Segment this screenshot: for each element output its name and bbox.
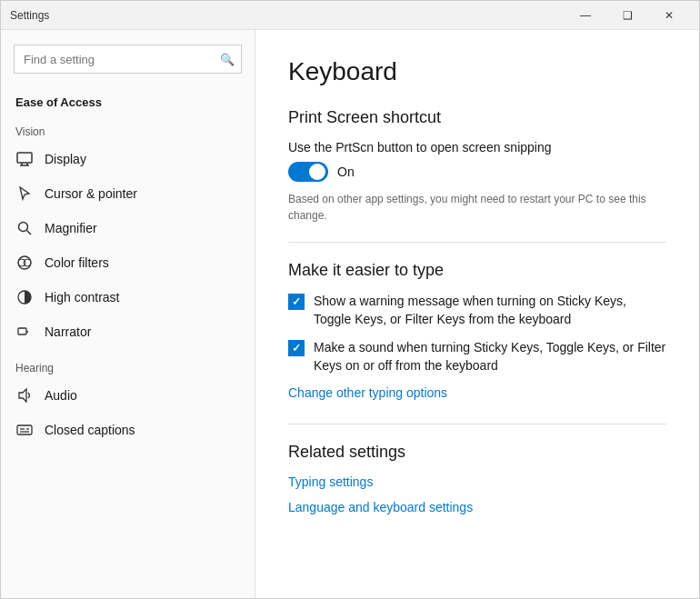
language-keyboard-link[interactable]: Language and keyboard settings <box>288 500 666 514</box>
sidebar-item-color-filters[interactable]: Color filters <box>1 245 255 280</box>
closed-captions-icon <box>15 421 34 439</box>
window-title: Settings <box>10 9 49 22</box>
search-input[interactable] <box>14 45 242 74</box>
sidebar-item-closed-captions[interactable]: Closed captions <box>1 413 255 447</box>
checkbox-warning[interactable] <box>288 294 305 310</box>
divider-2 <box>288 424 666 424</box>
print-screen-section-title: Print Screen shortcut <box>288 108 666 127</box>
sidebar-item-narrator[interactable]: Narrator <box>1 314 255 349</box>
divider-1 <box>288 242 666 243</box>
sidebar-item-display[interactable]: Display <box>1 142 255 176</box>
hearing-section-label: Hearing <box>1 349 255 378</box>
narrator-icon <box>15 323 34 341</box>
sidebar-item-magnifier[interactable]: Magnifier <box>1 211 255 245</box>
display-icon <box>15 150 34 168</box>
typing-settings-link[interactable]: Typing settings <box>288 474 666 489</box>
main-content: 🔍 Ease of Access Vision Display Cursor &… <box>1 30 699 598</box>
audio-icon <box>15 386 34 404</box>
easier-typing-section-title: Make it easier to type <box>288 261 666 280</box>
close-button[interactable]: ✕ <box>648 1 690 30</box>
checkbox-sound[interactable] <box>288 340 305 356</box>
color-filters-icon <box>15 254 34 272</box>
titlebar: Settings — ❑ ✕ <box>1 1 699 30</box>
cursor-icon <box>15 185 34 203</box>
print-screen-hint: Based on other app settings, you might n… <box>288 191 666 224</box>
minimize-button[interactable]: — <box>565 1 606 30</box>
checkbox-row-2: Make a sound when turning Sticky Keys, T… <box>288 339 666 374</box>
svg-rect-12 <box>17 425 32 434</box>
high-contrast-icon <box>15 288 34 306</box>
toggle-label: On <box>337 165 355 179</box>
sidebar-item-cursor[interactable]: Cursor & pointer <box>1 176 255 211</box>
color-filters-label: Color filters <box>45 255 109 270</box>
print-screen-toggle[interactable] <box>288 162 328 182</box>
sidebar-item-high-contrast[interactable]: High contrast <box>1 280 255 314</box>
svg-point-8 <box>24 259 31 266</box>
sidebar-item-audio[interactable]: Audio <box>1 378 255 413</box>
closed-captions-label: Closed captions <box>45 423 135 437</box>
checkbox-sound-label: Make a sound when turning Sticky Keys, T… <box>314 339 666 374</box>
display-label: Display <box>45 152 86 166</box>
checkbox-row-1: Show a warning message when turning on S… <box>288 293 666 328</box>
magnifier-icon <box>15 219 34 237</box>
cursor-label: Cursor & pointer <box>45 186 137 201</box>
svg-point-4 <box>19 223 28 232</box>
page-title: Keyboard <box>288 57 666 86</box>
related-settings-title: Related settings <box>288 443 666 462</box>
main-panel: Keyboard Print Screen shortcut Use the P… <box>255 30 699 598</box>
sidebar: 🔍 Ease of Access Vision Display Cursor &… <box>1 30 255 598</box>
high-contrast-label: High contrast <box>45 290 119 304</box>
print-screen-setting-label: Use the PrtScn button to open screen sni… <box>288 140 666 155</box>
settings-window: Settings — ❑ ✕ 🔍 Ease of Access Vision D… <box>0 0 700 599</box>
change-typing-options-link[interactable]: Change other typing options <box>288 385 447 400</box>
search-container: 🔍 <box>14 45 242 74</box>
maximize-button[interactable]: ❑ <box>606 1 648 30</box>
svg-line-5 <box>27 231 32 235</box>
narrator-label: Narrator <box>45 324 91 339</box>
magnifier-label: Magnifier <box>45 221 97 235</box>
sidebar-heading: Ease of Access <box>1 86 255 113</box>
toggle-row: On <box>288 162 666 182</box>
checkbox-warning-label: Show a warning message when turning on S… <box>314 293 666 328</box>
audio-label: Audio <box>45 388 77 403</box>
svg-marker-11 <box>19 389 26 402</box>
svg-rect-10 <box>18 328 26 334</box>
vision-section-label: Vision <box>1 113 255 142</box>
window-controls: — ❑ ✕ <box>565 1 690 30</box>
svg-point-6 <box>18 256 31 269</box>
svg-rect-0 <box>17 153 32 163</box>
search-icon: 🔍 <box>220 53 235 66</box>
